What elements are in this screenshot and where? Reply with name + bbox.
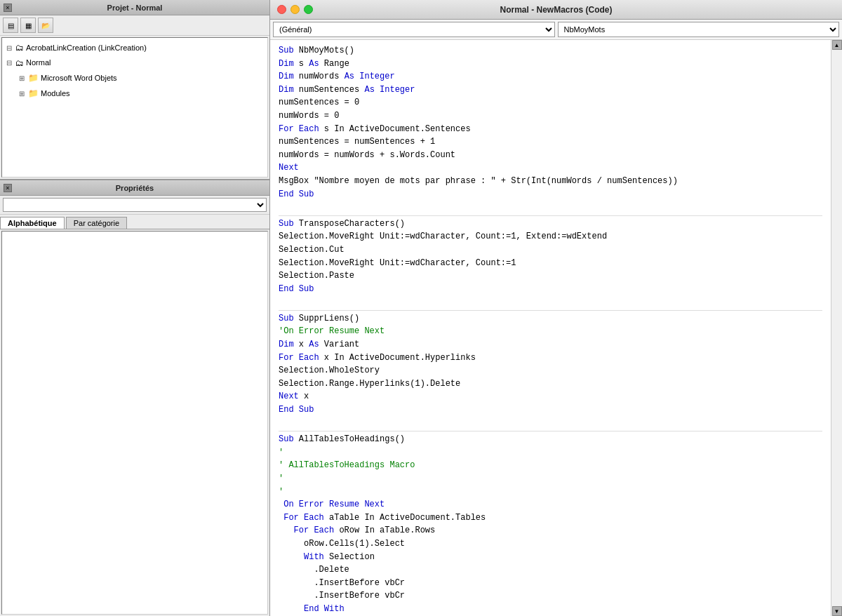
code-dropdowns: (Général) NbMoyMots	[270, 20, 842, 40]
props-dropdown-row	[0, 196, 269, 215]
code-line: End Sub	[279, 188, 822, 201]
scroll-down-button[interactable]: ▼	[832, 606, 842, 616]
code-line: numSentences = numSentences + 1	[279, 135, 822, 149]
code-line: Sub SupprLiens()	[279, 312, 822, 326]
code-scrollbar[interactable]: ▲ ▼	[831, 40, 842, 616]
main-layout: × Projet - Normal ▤ ▦ 📂 ⊟ 🗂 AcrobatLinkC…	[0, 0, 842, 616]
tree-expand-modules: ⊞	[19, 88, 26, 100]
code-dropdown-procedure[interactable]: NbMoyMots	[558, 22, 840, 37]
code-line: For Each x In ActiveDocument.Hyperlinks	[279, 351, 822, 365]
props-titlebar: × Propriétés	[0, 180, 269, 196]
code-line: Selection.Paste	[279, 269, 822, 283]
project-window: × Projet - Normal ▤ ▦ 📂 ⊟ 🗂 AcrobatLinkC…	[0, 0, 269, 180]
code-line: Next x	[279, 390, 822, 403]
code-line: Dim numSentences As Integer	[279, 83, 822, 97]
code-line: MsgBox "Nombre moyen de mots par phrase …	[279, 175, 822, 188]
code-area[interactable]: Sub NbMoyMots() Dim s As Range Dim numWo…	[270, 40, 831, 616]
traffic-light-yellow[interactable]	[290, 5, 300, 14]
toolbar-btn-2[interactable]: ▦	[20, 18, 36, 33]
scroll-up-button[interactable]: ▲	[832, 40, 842, 50]
tree-item-word-objets[interactable]: ⊞ 📁 Microsoft Word Objets	[19, 71, 263, 86]
left-panel: × Projet - Normal ▤ ▦ 📂 ⊟ 🗂 AcrobatLinkC…	[0, 0, 270, 616]
tree-label-modules: Modules	[41, 87, 70, 101]
traffic-lights	[277, 5, 313, 14]
props-close-button[interactable]: ×	[4, 184, 12, 192]
tree-icon-acrobat: 🗂	[15, 41, 24, 56]
code-line: Dim s As Range	[279, 58, 822, 71]
code-line: Selection.WholeStory	[279, 364, 822, 377]
project-titlebar: × Projet - Normal	[0, 0, 269, 15]
code-line: Dim numWords As Integer	[279, 70, 822, 83]
code-line	[279, 295, 822, 309]
code-line: '	[279, 446, 822, 460]
props-dropdown[interactable]	[3, 198, 267, 212]
code-line: Sub TransposeCharacters()	[279, 217, 822, 231]
code-line: 'On Error Resume Next	[279, 325, 822, 338]
code-line: '	[279, 472, 822, 486]
code-line: .InsertBefore vbCr	[279, 577, 822, 590]
tree-icon-modules: 📁	[28, 86, 39, 102]
code-line: For Each oRow In aTable.Rows	[279, 524, 822, 537]
code-line: numWords = numWords + s.Words.Count	[279, 149, 822, 162]
props-title: Propriétés	[12, 184, 258, 192]
code-line: ' AllTablesToHeadings Macro	[279, 459, 822, 472]
tree-label-word-objets: Microsoft Word Objets	[41, 72, 117, 86]
traffic-light-red[interactable]	[277, 5, 286, 14]
code-line: End With	[279, 603, 822, 616]
tree-label-normal: Normal	[26, 56, 51, 70]
traffic-light-green[interactable]	[304, 5, 313, 14]
tab-par-categorie[interactable]: Par catégorie	[66, 217, 127, 229]
tree-item-normal[interactable]: ⊟ 🗂 Normal	[6, 56, 263, 72]
code-line	[279, 417, 822, 430]
properties-window: × Propriétés Alphabétique Par catégorie	[0, 180, 269, 616]
tree-icon-word-objets: 📁	[28, 71, 39, 86]
code-window-title: Normal - NewMacros (Code)	[500, 5, 612, 15]
code-line: With Selection	[279, 551, 822, 564]
code-line: Next	[279, 161, 822, 175]
tree-expand-acrobat: ⊟	[6, 42, 13, 55]
code-line: numSentences = 0	[279, 96, 822, 109]
props-content	[1, 231, 268, 615]
code-line: .Delete	[279, 563, 822, 577]
project-toolbar: ▤ ▦ 📂	[0, 15, 269, 36]
code-line: For Each aTable In ActiveDocument.Tables	[279, 511, 822, 525]
code-line: End Sub	[279, 283, 822, 296]
toolbar-btn-1[interactable]: ▤	[3, 18, 18, 33]
code-line	[279, 201, 822, 214]
code-line: Dim x As Variant	[279, 338, 822, 351]
code-line: Sub AllTablesToHeadings()	[279, 433, 822, 446]
code-line: .InsertBefore vbCr	[279, 589, 822, 603]
code-line: Sub NbMoyMots()	[279, 44, 822, 58]
toolbar-btn-3[interactable]: 📂	[38, 18, 53, 33]
code-line: numWords = 0	[279, 109, 822, 123]
props-tabs: Alphabétique Par catégorie	[0, 215, 269, 229]
tree-expand-word-objets: ⊞	[19, 72, 26, 85]
code-line: Selection.MoveRight Unit:=wdCharacter, C…	[279, 257, 822, 270]
code-titlebar: Normal - NewMacros (Code)	[270, 0, 842, 20]
project-title: Projet - Normal	[12, 4, 258, 12]
project-tree: ⊟ 🗂 AcrobatLinkCreation (LinkCreation) ⊟…	[1, 37, 268, 178]
tree-label-acrobat: AcrobatLinkCreation (LinkCreation)	[26, 41, 147, 55]
code-line: For Each s In ActiveDocument.Sentences	[279, 123, 822, 136]
code-line: Selection.Cut	[279, 243, 822, 257]
tree-icon-normal: 🗂	[15, 56, 24, 72]
project-close-button[interactable]: ×	[4, 4, 12, 12]
code-line: Selection.Range.Hyperlinks(1).Delete	[279, 377, 822, 391]
code-line: '	[279, 486, 822, 499]
tree-item-acrobat[interactable]: ⊟ 🗂 AcrobatLinkCreation (LinkCreation)	[6, 41, 263, 56]
tree-expand-normal: ⊟	[6, 57, 13, 69]
right-panel: Normal - NewMacros (Code) (Général) NbMo…	[270, 0, 842, 616]
tab-alphabetique[interactable]: Alphabétique	[0, 217, 65, 229]
code-line: Selection.MoveRight Unit:=wdCharacter, C…	[279, 230, 822, 243]
code-dropdown-general[interactable]: (Général)	[273, 22, 555, 37]
code-line: On Error Resume Next	[279, 498, 822, 511]
code-line: End Sub	[279, 403, 822, 417]
code-line: oRow.Cells(1).Select	[279, 537, 822, 551]
code-area-row: Sub NbMoyMots() Dim s As Range Dim numWo…	[270, 40, 842, 616]
tree-item-modules[interactable]: ⊞ 📁 Modules	[19, 86, 263, 102]
